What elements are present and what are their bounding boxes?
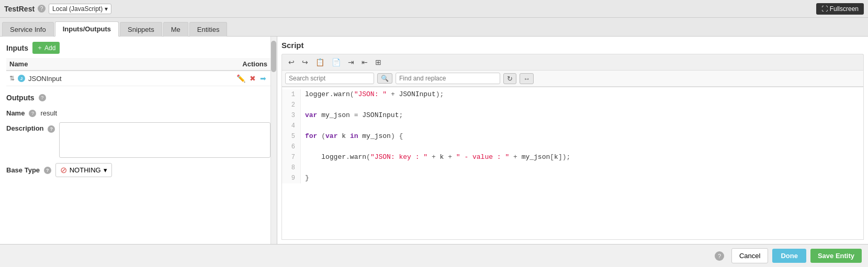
name-col-header: Name xyxy=(9,60,28,68)
left-panel: Inputs ＋ Add Name Actions ⇅ J JSONInput … xyxy=(0,37,277,244)
basetype-row: Base Type ? ⊘ NOTHING ▾ xyxy=(6,160,270,180)
basetype-selector[interactable]: ⊘ NOTHING ▾ xyxy=(55,163,112,177)
basetype-value: NOTHING xyxy=(70,166,101,174)
search-button[interactable]: 🔍 xyxy=(377,73,392,84)
right-panel: Script ↩ ↪ 📋 📄 ⇥ ⇤ ⊞ 🔍 ↻ ↔ 1 logger.warn… xyxy=(277,37,868,244)
undo-button[interactable]: ↩ xyxy=(285,56,298,68)
top-bar: TestRest ? Local (JavaScript) ▾ ⛶ Fullsc… xyxy=(0,0,868,18)
basetype-chevron-icon: ▾ xyxy=(104,166,107,174)
fullscreen-label: Fullscreen xyxy=(830,5,859,13)
desc-help-badge[interactable]: ? xyxy=(48,125,55,133)
fullscreen-button[interactable]: ⛶ Fullscreen xyxy=(816,3,864,15)
scroll-track[interactable] xyxy=(270,37,277,244)
done-button[interactable]: Done xyxy=(772,249,806,263)
tab-entities[interactable]: Entities xyxy=(189,22,228,37)
drag-icon: ⇅ xyxy=(9,75,15,82)
format-button[interactable]: ⊞ xyxy=(372,56,385,68)
description-textarea[interactable] xyxy=(59,122,270,158)
code-line-9: 9 } xyxy=(282,173,863,183)
cancel-button[interactable]: Cancel xyxy=(731,248,768,263)
replace-all-button[interactable]: ↔ xyxy=(520,73,534,84)
code-line-1: 1 logger.warn("JSON: " + JSONInput); xyxy=(282,89,863,100)
script-title: Script xyxy=(281,41,864,50)
type-badge: J xyxy=(18,75,25,82)
code-line-6: 6 xyxy=(282,142,863,152)
env-label: Local (JavaScript) xyxy=(52,5,103,13)
main-layout: Inputs ＋ Add Name Actions ⇅ J JSONInput … xyxy=(0,37,868,244)
app-help-badge[interactable]: ? xyxy=(38,5,46,13)
outputs-name-label: Name xyxy=(6,109,25,117)
search-input[interactable] xyxy=(285,73,374,84)
code-line-7: 7 logger.warn("JSON: key : " + k + " - v… xyxy=(282,152,863,162)
tab-service-info[interactable]: Service Info xyxy=(2,22,54,37)
inputs-section-header: Inputs ＋ Add xyxy=(6,42,270,54)
table-row: ⇅ J JSONInput ✏️ ✖ ➡ xyxy=(6,71,270,86)
env-chevron-icon: ▾ xyxy=(105,5,108,13)
indent-left-button[interactable]: ⇤ xyxy=(358,56,371,68)
code-line-5: 5 for (var k in my_json) { xyxy=(282,131,863,142)
indent-right-button[interactable]: ⇥ xyxy=(345,56,357,68)
actions-col-header: Actions xyxy=(242,60,267,68)
description-label: Description ? xyxy=(6,122,55,133)
scroll-thumb[interactable] xyxy=(271,41,276,72)
code-line-8: 8 xyxy=(282,162,863,173)
nothing-circle-icon: ⊘ xyxy=(60,165,67,175)
app-title: TestRest xyxy=(4,5,35,13)
basetype-help-badge[interactable]: ? xyxy=(44,167,51,174)
tab-me[interactable]: Me xyxy=(163,22,188,37)
outputs-help-badge[interactable]: ? xyxy=(39,94,46,101)
tab-inputs-outputs[interactable]: Inputs/Outputs xyxy=(55,21,119,37)
code-area[interactable]: 1 logger.warn("JSON: " + JSONInput); 2 3… xyxy=(281,87,864,240)
add-icon: ＋ xyxy=(37,43,43,52)
tabs-row: Service Info Inputs/Outputs Snippets Me … xyxy=(0,18,868,37)
copy-button[interactable]: 📄 xyxy=(329,56,344,68)
add-label: Add xyxy=(44,44,55,52)
outputs-name-help-badge[interactable]: ? xyxy=(29,110,36,117)
edit-input-button[interactable]: ✏️ xyxy=(235,74,246,83)
input-row-left: ⇅ J JSONInput xyxy=(9,75,62,83)
replace-execute-button[interactable]: ↻ xyxy=(503,73,516,84)
inputs-table-header: Name Actions xyxy=(6,58,270,71)
add-input-button[interactable]: ＋ Add xyxy=(32,42,60,54)
code-line-3: 3 var my_json = JSONInput; xyxy=(282,110,863,121)
move-input-button[interactable]: ➡ xyxy=(259,74,267,83)
paste-button[interactable]: 📋 xyxy=(312,56,328,68)
input-action-buttons: ✏️ ✖ ➡ xyxy=(235,74,267,83)
top-bar-left: TestRest ? Local (JavaScript) ▾ xyxy=(4,4,111,14)
outputs-name-row: Name ? result xyxy=(6,106,270,120)
bottom-help-badge[interactable]: ? xyxy=(715,251,724,261)
env-selector[interactable]: Local (JavaScript) ▾ xyxy=(49,4,111,14)
outputs-description-row: Description ? xyxy=(6,120,270,160)
basetype-label: Base Type ? xyxy=(6,166,51,175)
left-scroll-container: Inputs ＋ Add Name Actions ⇅ J JSONInput … xyxy=(0,37,277,244)
outputs-section: Outputs ? Name ? result Description ? xyxy=(6,94,270,180)
save-entity-button[interactable]: Save Entity xyxy=(810,249,862,263)
code-line-4: 4 xyxy=(282,121,863,131)
code-line-2: 2 xyxy=(282,100,863,110)
outputs-title: Outputs xyxy=(6,94,35,102)
redo-button[interactable]: ↪ xyxy=(299,56,311,68)
delete-input-button[interactable]: ✖ xyxy=(249,74,257,83)
outputs-section-header: Outputs ? xyxy=(6,94,270,102)
bottom-bar: ? Cancel Done Save Entity xyxy=(0,244,868,267)
fullscreen-icon: ⛶ xyxy=(821,5,828,13)
input-name: JSONInput xyxy=(28,75,62,83)
outputs-name-value: result xyxy=(40,109,57,117)
inputs-title: Inputs xyxy=(6,44,28,52)
script-toolbar: ↩ ↪ 📋 📄 ⇥ ⇤ ⊞ xyxy=(281,54,864,70)
script-search-row: 🔍 ↻ ↔ xyxy=(281,70,864,87)
tab-snippets[interactable]: Snippets xyxy=(120,22,162,37)
replace-input[interactable] xyxy=(396,73,500,84)
